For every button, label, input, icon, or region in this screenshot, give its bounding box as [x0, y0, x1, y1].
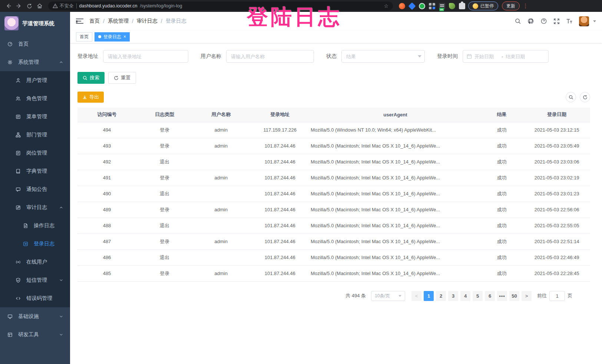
extensions-puzzle-icon[interactable]: [459, 3, 465, 9]
tag-login-log[interactable]: 登录日志 ×: [95, 32, 130, 42]
browser-menu-icon[interactable]: ⋮: [523, 4, 528, 8]
cell-id: 491: [77, 170, 136, 186]
sidebar-item-通知公告[interactable]: 通知公告: [0, 180, 70, 198]
login-address-input[interactable]: [103, 50, 188, 63]
page-size-value: 10条/页: [375, 293, 390, 299]
status-select-input[interactable]: [341, 50, 425, 63]
sidebar-collapse-icon[interactable]: [76, 18, 83, 24]
table-row-494[interactable]: 494登录admin117.159.17.226Mozilla/5.0 (Win…: [77, 122, 590, 138]
sidebar-item-岗位管理[interactable]: 岗位管理: [0, 144, 70, 162]
table-row-491[interactable]: 491登录admin101.87.244.46Mozilla/5.0 (Maci…: [77, 170, 590, 186]
page-button-6[interactable]: 6: [485, 291, 495, 301]
extension-green-icon[interactable]: [419, 3, 425, 9]
table-row-487[interactable]: 487登录admin101.87.244.46Mozilla/5.0 (Maci…: [77, 234, 590, 249]
extension-leaf-icon[interactable]: [449, 3, 455, 9]
breadcrumb-item-系统管理[interactable]: 系统管理: [108, 18, 129, 24]
prev-page-button[interactable]: <: [411, 291, 421, 301]
table-row-490[interactable]: 490退出101.87.244.46Mozilla/5.0 (Macintosh…: [77, 186, 590, 202]
sidebar-item-基础设施[interactable]: 基础设施: [0, 307, 70, 325]
security-warning[interactable]: 不安全: [53, 3, 74, 9]
avatar-caret-icon[interactable]: [593, 20, 596, 22]
cell-ip: 101.87.244.46: [249, 234, 311, 249]
page-button-4[interactable]: 4: [460, 291, 470, 301]
breadcrumb-item-审计日志[interactable]: 审计日志: [137, 18, 158, 24]
cell-user: admin: [193, 138, 249, 154]
sidebar-item-登录日志[interactable]: 登录日志: [0, 235, 70, 253]
sidebar-item-label: 错误码管理: [26, 295, 52, 302]
status-select[interactable]: [341, 50, 425, 63]
table-row-492[interactable]: 492退出101.87.244.46Mozilla/5.0 (Macintosh…: [77, 154, 590, 170]
sidebar-item-审计日志[interactable]: 审计日志: [0, 198, 70, 216]
status-label: 状态: [326, 53, 337, 60]
refresh-table-button[interactable]: [580, 92, 590, 102]
extension-orange-icon[interactable]: [399, 3, 405, 9]
table-row-485[interactable]: 485登录admin101.87.244.46Mozilla/5.0 (Maci…: [77, 265, 590, 281]
goto-page-input[interactable]: [549, 291, 565, 301]
date-range-picker[interactable]: -: [463, 50, 549, 63]
address-bar[interactable]: 不安全 dashboard.yudao.iocoder.cn/system/lo…: [48, 1, 393, 10]
table-row-486[interactable]: 486退出101.87.244.46Mozilla/5.0 (Macintosh…: [77, 249, 590, 265]
reset-button[interactable]: 重置: [108, 72, 136, 84]
export-button[interactable]: 导出: [77, 92, 104, 103]
shield-icon: [16, 278, 21, 283]
filter-status: 状态: [326, 50, 425, 63]
url-domain: dashboard.yudao.iocoder.cn: [79, 3, 138, 9]
page-button-50[interactable]: 50: [509, 291, 519, 301]
sidebar-item-角色管理[interactable]: 角色管理: [0, 89, 70, 107]
end-date-input[interactable]: [506, 54, 530, 59]
username-label: 用户名称: [201, 53, 221, 60]
hide-search-button[interactable]: [566, 92, 576, 102]
page-size-select[interactable]: 10条/页: [371, 291, 405, 301]
extension-list-icon[interactable]: on: [439, 3, 445, 9]
browser-forward-icon[interactable]: [14, 1, 24, 11]
user-avatar[interactable]: [579, 16, 589, 26]
paused-pill[interactable]: 已暂停: [468, 1, 498, 10]
table-row-488[interactable]: 488退出101.87.244.46Mozilla/5.0 (Macintosh…: [77, 218, 590, 234]
badge-icon: [16, 150, 21, 156]
font-size-icon[interactable]: [566, 18, 573, 24]
sidebar-item-菜单管理[interactable]: 菜单管理: [0, 107, 70, 126]
more-pages-button[interactable]: •••: [497, 291, 507, 301]
sidebar-item-首页[interactable]: 首页: [0, 35, 70, 53]
fullscreen-icon[interactable]: [553, 18, 560, 24]
search-icon[interactable]: [515, 18, 521, 24]
page-button-1[interactable]: 1: [424, 291, 434, 301]
sidebar-item-部门管理[interactable]: 部门管理: [0, 126, 70, 144]
sidebar-item-系统管理[interactable]: 系统管理: [0, 53, 70, 71]
sidebar-item-字典管理[interactable]: 字典管理: [0, 162, 70, 180]
extension-grid-icon[interactable]: [429, 3, 435, 9]
search-button[interactable]: 搜索: [77, 72, 105, 84]
sidebar-item-操作日志[interactable]: 操作日志: [0, 216, 70, 235]
page-button-5[interactable]: 5: [473, 291, 483, 301]
sidebar: 芋道管理系统 首页系统管理用户管理角色管理菜单管理部门管理岗位管理字典管理通知公…: [0, 12, 70, 364]
update-button[interactable]: 更新: [502, 1, 520, 10]
browser-home-icon[interactable]: [35, 1, 44, 11]
bookmark-star-icon[interactable]: ☆: [384, 3, 388, 9]
sidebar-item-在线用户[interactable]: 在线用户: [0, 253, 70, 271]
browser-reload-icon[interactable]: [24, 1, 34, 11]
cell-agent: Mozilla/5.0 (Macintosh; Intel Mac OS X 1…: [311, 154, 480, 170]
browser-back-icon[interactable]: [4, 1, 13, 11]
app-logo-row[interactable]: 芋道管理系统: [0, 12, 70, 35]
start-date-input[interactable]: [474, 54, 499, 59]
next-page-button[interactable]: >: [522, 291, 532, 301]
page-button-3[interactable]: 3: [448, 291, 458, 301]
sidebar-item-错误码管理[interactable]: 错误码管理: [0, 289, 70, 307]
sidebar-item-label: 菜单管理: [26, 113, 47, 120]
cell-user: admin: [193, 170, 249, 186]
sidebar-item-短信管理[interactable]: 短信管理: [0, 271, 70, 289]
help-icon[interactable]: [540, 18, 547, 24]
tag-home[interactable]: 首页: [76, 32, 92, 42]
page-button-2[interactable]: 2: [436, 291, 446, 301]
cell-agent: Mozilla/5.0 (Macintosh; Intel Mac OS X 1…: [311, 170, 480, 186]
table-row-493[interactable]: 493登录admin101.87.244.46Mozilla/5.0 (Maci…: [77, 138, 590, 154]
cell-result: 成功: [480, 249, 524, 265]
sidebar-item-研发工具[interactable]: 研发工具: [0, 325, 70, 344]
extension-diamond-icon[interactable]: [408, 2, 416, 10]
table-row-489[interactable]: 489登录admin101.87.244.46Mozilla/5.0 (Maci…: [77, 202, 590, 218]
username-input[interactable]: [226, 50, 314, 63]
breadcrumb-item-首页[interactable]: 首页: [89, 18, 100, 24]
github-icon[interactable]: [527, 18, 534, 24]
tag-close-icon[interactable]: ×: [123, 34, 126, 39]
sidebar-item-用户管理[interactable]: 用户管理: [0, 71, 70, 89]
